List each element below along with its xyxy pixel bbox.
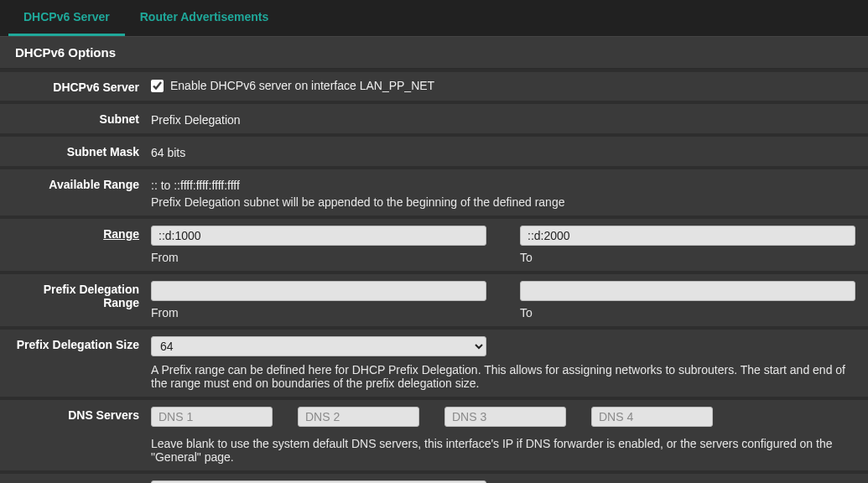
value-subnet-mask: 64 bits bbox=[151, 143, 858, 159]
range-to-caption: To bbox=[520, 251, 855, 264]
dns3-input[interactable] bbox=[444, 407, 566, 427]
pd-range-to-caption: To bbox=[520, 306, 855, 319]
range-to-input[interactable] bbox=[520, 226, 855, 246]
label-subnet: Subnet bbox=[10, 111, 151, 126]
label-dhcpv6-server: DHCPv6 Server bbox=[10, 79, 151, 94]
range-from-input[interactable] bbox=[151, 226, 486, 246]
pd-range-from-input[interactable] bbox=[151, 281, 486, 301]
label-pd-size: Prefix Delegation Size bbox=[10, 336, 151, 351]
dns1-input[interactable] bbox=[151, 407, 273, 427]
help-available-range: Prefix Delegation subnet will be appende… bbox=[151, 195, 855, 209]
section-title: DHCPv6 Options bbox=[0, 37, 868, 69]
pd-size-select[interactable]: 64 bbox=[151, 336, 486, 356]
label-subnet-mask: Subnet Mask bbox=[10, 143, 151, 158]
tab-dhcpv6-server[interactable]: DHCPv6 Server bbox=[8, 0, 125, 36]
value-available-range: :: to ::ffff:ffff:ffff:ffff bbox=[151, 176, 858, 192]
tab-router-advertisements[interactable]: Router Advertisements bbox=[125, 0, 284, 36]
help-pd-size: A Prefix range can be defined here for D… bbox=[151, 363, 855, 390]
help-dns: Leave blank to use the system default DN… bbox=[151, 437, 855, 464]
enable-dhcpv6-checkbox[interactable] bbox=[151, 80, 164, 92]
label-available-range: Available Range bbox=[10, 176, 151, 191]
pd-range-from-caption: From bbox=[151, 306, 486, 319]
value-subnet: Prefix Delegation bbox=[151, 111, 858, 127]
enable-dhcpv6-text: Enable DHCPv6 server on interface LAN_PP… bbox=[170, 79, 434, 92]
label-dns-servers: DNS Servers bbox=[10, 407, 151, 422]
dns4-input[interactable] bbox=[591, 407, 713, 427]
label-pd-range: Prefix Delegation Range bbox=[10, 281, 151, 309]
range-from-caption: From bbox=[151, 251, 486, 264]
dns2-input[interactable] bbox=[298, 407, 419, 427]
enable-dhcpv6-wrapper[interactable]: Enable DHCPv6 server on interface LAN_PP… bbox=[151, 79, 858, 92]
label-range[interactable]: Range bbox=[10, 226, 151, 241]
pd-range-to-input[interactable] bbox=[520, 281, 855, 301]
